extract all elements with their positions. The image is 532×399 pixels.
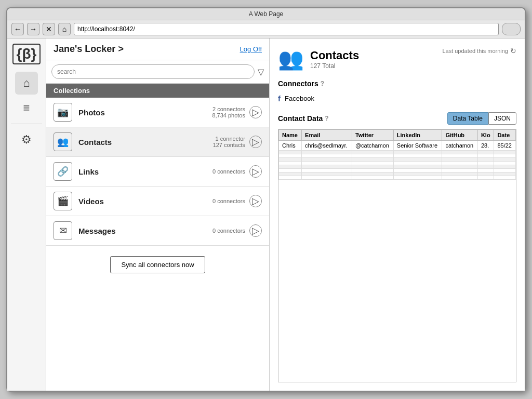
browser-title: A Web Page [249,10,284,18]
sync-btn-area: Sync all connectors now [46,246,269,284]
main-panel: Jane's Locker > Log Off ▽ Collections 📷 … [46,38,270,391]
detail-header: 👥 Contacts 127 Total Last updated this m… [278,47,516,71]
links-icon: 🔗 [54,162,72,181]
sidebar-settings-icon[interactable]: ⚙ [15,128,38,151]
videos-arrow[interactable]: ▷ [249,195,262,207]
messages-arrow[interactable]: ▷ [249,224,262,237]
back-button[interactable]: ← [11,23,24,35]
table-cell [494,172,516,176]
page-header: Jane's Locker > Log Off [46,38,269,60]
table-cell [442,165,478,169]
detail-title: Contacts [310,49,359,62]
table-cell: chris@sedlmayr. [302,141,352,151]
table-cell: Senior Software [393,141,442,151]
table-cell [477,165,494,169]
table-cell: catchamon [442,141,478,151]
collection-photos[interactable]: 📷 Photos 2 connectors 8,734 photos ▷ [46,98,269,127]
json-button[interactable]: JSON [488,112,516,125]
col-email-header: Email [302,130,352,141]
table-cell [494,154,516,158]
log-off-link[interactable]: Log Off [240,45,262,53]
table-cell [494,162,516,165]
detail-subtitle: 127 Total [310,62,359,70]
facebook-icon: f [278,94,281,103]
col-github-header: GitHub [442,130,478,141]
data-table-button[interactable]: Data Table [447,112,488,125]
url-bar[interactable] [74,23,499,35]
table-cell [494,176,516,180]
table-cell [393,176,442,180]
table-row [279,169,516,172]
app-logo[interactable]: {β} [12,44,41,64]
refresh-icon[interactable]: ↻ [510,47,516,55]
contacts-icon: 👥 [54,132,72,151]
detail-title-group: 👥 Contacts 127 Total [278,47,359,71]
table-cell [393,172,442,176]
collection-messages[interactable]: ✉ Messages 0 connectors ▷ [46,216,269,246]
sidebar-menu-icon[interactable]: ≡ [15,97,38,119]
links-label: Links [78,167,212,176]
browser-search-button[interactable] [502,23,521,35]
connector-facebook-label: Facebook [285,95,314,102]
table-cell [302,165,352,169]
connectors-help-icon[interactable]: ? [321,80,324,87]
contact-data-help-icon[interactable]: ? [325,115,328,122]
sidebar-home-icon[interactable]: ⌂ [15,72,38,95]
photos-arrow[interactable]: ▷ [249,106,262,118]
contacts-label: Contacts [78,138,213,147]
contacts-arrow[interactable]: ▷ [249,136,262,148]
search-input[interactable] [51,64,255,79]
forward-button[interactable]: → [27,23,39,35]
col-twitter-header: Twitter [352,130,393,141]
col-date-header: Date [494,130,516,141]
table-cell: 85/22 [494,141,516,151]
contacts-meta: 1 connector 127 contacts [213,136,245,148]
table-cell [494,158,516,162]
table-cell: @catchamon [352,141,393,151]
browser-toolbar: ← → ✕ ⌂ [7,20,525,38]
table-cell [279,151,302,154]
collection-links[interactable]: 🔗 Links 0 connectors ▷ [46,157,269,187]
contact-data-title: Contact Data ? [278,114,329,123]
table-cell [393,162,442,165]
collection-videos[interactable]: 🎬 Videos 0 connectors ▷ [46,187,269,216]
table-cell [352,169,393,172]
table-cell [352,154,393,158]
videos-label: Videos [78,197,212,206]
sync-all-button[interactable]: Sync all connectors now [110,256,205,273]
messages-icon: ✉ [54,221,72,240]
detail-title-text: Contacts 127 Total [310,49,359,70]
view-toggle: Data Table JSON [447,112,516,125]
filter-icon[interactable]: ▽ [258,67,264,77]
table-cell [393,154,442,158]
detail-updated: Last updated this morning ↻ [442,47,516,55]
messages-label: Messages [78,227,212,235]
videos-icon: 🎬 [54,192,72,210]
links-meta: 0 connectors [212,168,245,175]
table-cell: Chris [279,141,302,151]
table-cell [477,169,494,172]
table-cell [477,158,494,162]
table-cell [393,151,442,154]
home-nav-button[interactable]: ⌂ [58,23,71,35]
table-cell [302,176,352,180]
close-button[interactable]: ✕ [43,23,55,35]
data-table-wrapper[interactable]: Name Email Twitter LinkedIn GitHub Klo D… [278,129,516,382]
table-cell [302,158,352,162]
table-cell [279,176,302,180]
table-cell [302,151,352,154]
links-arrow[interactable]: ▷ [249,165,262,178]
table-row: Chrischris@sedlmayr.@catchamonSenior Sof… [279,141,516,151]
table-cell [302,169,352,172]
collection-contacts[interactable]: 👥 Contacts 1 connector 127 contacts ▷ [46,127,269,157]
contact-data-section: Contact Data ? Data Table JSON Name Emai… [278,112,516,382]
table-cell [352,158,393,162]
table-cell [393,158,442,162]
table-cell [352,165,393,169]
col-linkedin-header: LinkedIn [393,130,442,141]
table-cell: 28. [477,141,494,151]
table-cell [279,154,302,158]
table-cell [494,165,516,169]
table-cell [442,151,478,154]
table-cell [477,176,494,180]
